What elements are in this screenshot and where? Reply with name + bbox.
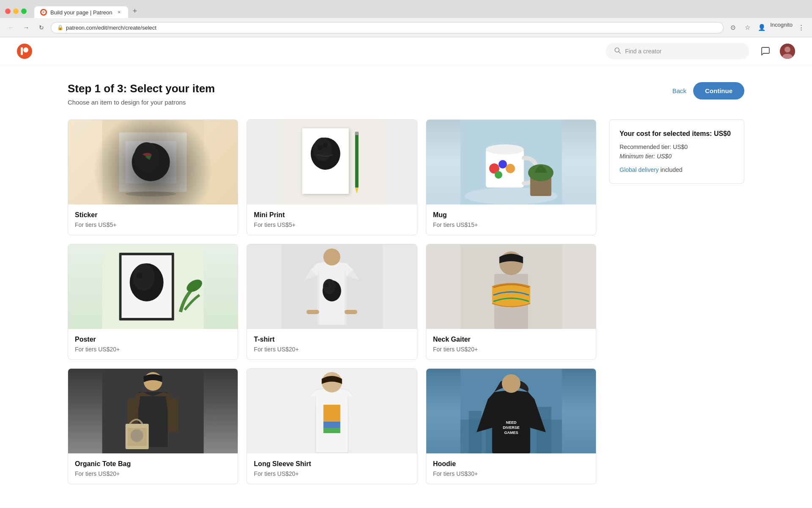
- item-tier-mug: For tiers US$15+: [433, 221, 589, 228]
- forward-nav-button[interactable]: →: [20, 22, 32, 33]
- search-bar[interactable]: [606, 43, 749, 59]
- item-tier-poster: For tiers US$20+: [75, 346, 231, 353]
- item-tier-neck-gaiter: For tiers US$20+: [433, 346, 589, 353]
- header-actions: Back Continue: [672, 82, 744, 99]
- item-image-mini-print: [247, 120, 417, 204]
- page-header: Step 1 of 3: Select your item Choose an …: [68, 82, 744, 106]
- app-container: Step 1 of 3: Select your item Choose an …: [0, 37, 812, 501]
- svg-point-46: [324, 248, 340, 265]
- item-info-mug: Mug For tiers US$15+: [426, 204, 596, 235]
- profile-button[interactable]: 👤: [756, 22, 768, 33]
- close-window-button[interactable]: [5, 8, 11, 14]
- bookmark-button[interactable]: ☆: [741, 22, 753, 33]
- item-card-tshirt[interactable]: T-shirt For tiers US$20+: [247, 244, 417, 360]
- item-card-organic-tote-bag[interactable]: Organic Tote Bag For tiers US$20+: [68, 368, 238, 484]
- messages-button[interactable]: [758, 44, 773, 59]
- item-name-sticker: Sticker: [75, 211, 231, 219]
- address-bar[interactable]: 🔒 patreon.com/edit/merch/create/select: [51, 22, 724, 33]
- item-card-hoodie[interactable]: NEED DIVERSE GAMES Hoodie For tiers US$3…: [426, 368, 596, 484]
- item-name-hoodie: Hoodie: [433, 460, 589, 468]
- item-card-mini-print[interactable]: Mini Print For tiers US$5+: [247, 119, 417, 235]
- patreon-logo[interactable]: [17, 44, 32, 59]
- new-tab-button[interactable]: +: [128, 4, 141, 18]
- item-info-hoodie: Hoodie For tiers US$30+: [426, 453, 596, 484]
- window-controls: [5, 8, 27, 14]
- item-info-mini-print: Mini Print For tiers US$5+: [247, 204, 417, 235]
- item-card-neck-gaiter[interactable]: Neck Gaiter For tiers US$20+: [426, 244, 596, 360]
- svg-point-44: [323, 279, 336, 294]
- more-options-button[interactable]: ⋮: [795, 22, 807, 33]
- item-tier-organic-tote-bag: For tiers US$20+: [75, 470, 231, 477]
- active-tab[interactable]: P Build your page | Patreon ×: [34, 6, 128, 18]
- svg-point-75: [502, 374, 520, 393]
- item-info-organic-tote-bag: Organic Tote Bag For tiers US$20+: [68, 453, 238, 484]
- svg-point-28: [498, 160, 507, 168]
- page-title: Step 1 of 3: Select your item: [68, 82, 215, 95]
- nav-actions: ⊙ ☆ 👤 Incognito ⋮: [727, 22, 807, 33]
- svg-point-11: [132, 143, 170, 181]
- svg-text:NEED: NEED: [506, 420, 517, 425]
- item-image-tote: [68, 369, 238, 453]
- cast-button[interactable]: ⊙: [727, 22, 739, 33]
- svg-point-30: [494, 171, 502, 179]
- item-info-poster: Poster For tiers US$20+: [68, 329, 238, 359]
- refresh-nav-button[interactable]: ↻: [36, 22, 47, 33]
- svg-rect-10: [126, 141, 176, 183]
- svg-point-18: [318, 145, 323, 150]
- svg-rect-56: [168, 398, 178, 432]
- item-image-sticker: [68, 120, 238, 204]
- browser-nav-bar: ← → ↻ 🔒 patreon.com/edit/merch/create/se…: [0, 18, 812, 37]
- svg-point-13: [126, 191, 176, 196]
- svg-rect-47: [307, 310, 319, 314]
- svg-rect-8: [102, 120, 204, 204]
- delivery-info: Global delivery included: [620, 166, 734, 173]
- avatar[interactable]: [780, 44, 795, 59]
- svg-rect-62: [324, 405, 340, 422]
- browser-chrome: P Build your page | Patreon × + ← → ↻ 🔒 …: [0, 0, 812, 37]
- maximize-window-button[interactable]: [21, 8, 27, 14]
- item-tier-mini-print: For tiers US$5+: [254, 221, 410, 228]
- svg-rect-63: [324, 422, 340, 428]
- item-image-long-sleeve: [247, 369, 417, 453]
- minimize-window-button[interactable]: [13, 8, 19, 14]
- minimum-tier: Minimum tier: US$0: [620, 153, 734, 160]
- item-tier-tshirt: For tiers US$20+: [254, 346, 410, 353]
- global-delivery-link[interactable]: Global delivery: [620, 166, 659, 173]
- item-info-long-sleeve-shirt: Long Sleeve Shirt For tiers US$20+: [247, 453, 417, 484]
- svg-point-12: [134, 142, 159, 172]
- search-icon: [614, 47, 621, 55]
- svg-point-19: [323, 143, 328, 148]
- url-text: patreon.com/edit/merch/create/select: [66, 25, 156, 31]
- item-name-poster: Poster: [75, 336, 231, 343]
- page-subtitle: Choose an item to design for your patron…: [68, 99, 215, 106]
- svg-point-26: [486, 144, 524, 155]
- items-grid: Sticker For tiers US$5+: [68, 119, 596, 484]
- tab-title: Build your page | Patreon: [50, 9, 112, 16]
- back-nav-button[interactable]: ←: [5, 22, 17, 33]
- item-tier-long-sleeve-shirt: For tiers US$20+: [254, 470, 410, 477]
- item-name-long-sleeve-shirt: Long Sleeve Shirt: [254, 460, 410, 468]
- back-link[interactable]: Back: [672, 87, 686, 94]
- item-card-poster[interactable]: Poster For tiers US$20+: [68, 244, 238, 360]
- svg-rect-22: [355, 132, 359, 135]
- continue-button[interactable]: Continue: [693, 82, 744, 99]
- item-card-long-sleeve-shirt[interactable]: Long Sleeve Shirt For tiers US$20+: [247, 368, 417, 484]
- cost-title: Your cost for selected items: US$0: [620, 130, 734, 138]
- item-tier-hoodie: For tiers US$30+: [433, 470, 589, 477]
- item-card-mug[interactable]: Mug For tiers US$15+: [426, 119, 596, 235]
- svg-text:P: P: [43, 11, 45, 14]
- item-name-organic-tote-bag: Organic Tote Bag: [75, 460, 231, 468]
- svg-text:GAMES: GAMES: [504, 431, 518, 435]
- svg-rect-68: [469, 411, 481, 453]
- delivery-included-text: included: [661, 166, 683, 173]
- item-info-sticker: Sticker For tiers US$5+: [68, 204, 238, 235]
- item-name-mug: Mug: [433, 211, 589, 219]
- search-input[interactable]: [625, 48, 741, 55]
- svg-rect-3: [21, 47, 23, 55]
- item-card-sticker[interactable]: Sticker For tiers US$5+: [68, 119, 238, 235]
- tab-close-button[interactable]: ×: [115, 9, 122, 16]
- logo-icon: [17, 44, 32, 59]
- svg-point-59: [131, 429, 143, 442]
- page-title-section: Step 1 of 3: Select your item Choose an …: [68, 82, 215, 106]
- svg-point-2: [23, 47, 28, 52]
